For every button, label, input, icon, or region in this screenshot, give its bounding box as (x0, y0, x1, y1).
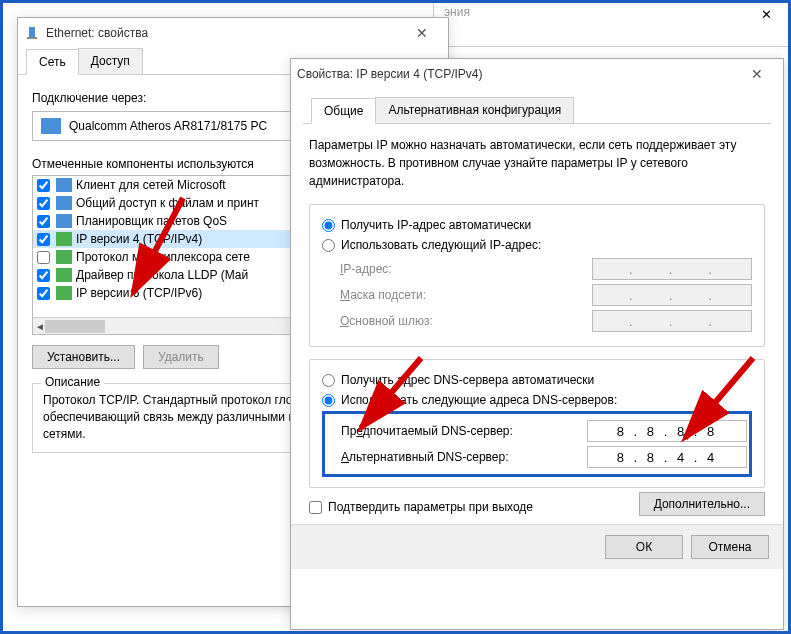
titlebar: Свойства: IP версии 4 (TCP/IPv4) ✕ (291, 59, 783, 89)
subnet-mask-label: Маска подсети: (340, 288, 592, 302)
tab-alt-config[interactable]: Альтернативная конфигурация (375, 97, 574, 123)
network-adapter-icon (41, 118, 61, 134)
close-icon[interactable]: ✕ (744, 3, 788, 25)
component-checkbox[interactable] (37, 269, 50, 282)
protocol-icon (56, 196, 72, 210)
tab-access[interactable]: Доступ (78, 48, 143, 74)
protocol-icon (56, 250, 72, 264)
radio-ip-auto[interactable] (322, 219, 335, 232)
advanced-button[interactable]: Дополнительно... (639, 492, 765, 516)
info-text: Параметры IP можно назначать автоматичес… (309, 136, 765, 190)
radio-ip-manual-label: Использовать следующий IP-адрес: (341, 238, 541, 252)
ip-address-input[interactable] (592, 258, 752, 280)
component-label: Драйвер протокола LLDP (Май (76, 268, 248, 282)
protocol-icon (56, 286, 72, 300)
protocol-icon (56, 268, 72, 282)
background-window-fragment: эния ✕ (433, 3, 788, 47)
protocol-icon (56, 178, 72, 192)
dialog-buttons: ОК Отмена (291, 524, 783, 569)
radio-dns-manual-label: Использовать следующие адреса DNS-сервер… (341, 393, 617, 407)
dns-highlight: Предпочитаемый DNS-сервер: Альтернативны… (322, 411, 752, 477)
protocol-icon (56, 232, 72, 246)
component-label: IP версии 6 (TCP/IPv6) (76, 286, 202, 300)
radio-ip-manual[interactable] (322, 239, 335, 252)
component-checkbox[interactable] (37, 215, 50, 228)
dns-group: Получить адрес DNS-сервера автоматически… (309, 359, 765, 488)
tab-general[interactable]: Общие (311, 98, 376, 124)
description-legend: Описание (41, 375, 104, 389)
window-title: Свойства: IP версии 4 (TCP/IPv4) (297, 67, 483, 81)
radio-dns-auto[interactable] (322, 374, 335, 387)
protocol-icon (56, 214, 72, 228)
adapter-name: Qualcomm Atheros AR8171/8175 PC (69, 119, 267, 133)
component-checkbox[interactable] (37, 197, 50, 210)
validate-label: Подтвердить параметры при выходе (328, 500, 533, 514)
component-label: Клиент для сетей Microsoft (76, 178, 226, 192)
radio-dns-auto-label: Получить адрес DNS-сервера автоматически (341, 373, 594, 387)
ok-button[interactable]: ОК (605, 535, 683, 559)
cancel-button[interactable]: Отмена (691, 535, 769, 559)
component-checkbox[interactable] (37, 287, 50, 300)
component-checkbox[interactable] (37, 179, 50, 192)
component-label: Планировщик пакетов QoS (76, 214, 227, 228)
svg-rect-0 (29, 27, 35, 37)
window-title: Ethernet: свойства (46, 26, 148, 40)
install-button[interactable]: Установить... (32, 345, 135, 369)
tab-network[interactable]: Сеть (26, 49, 79, 75)
ethernet-icon (24, 25, 40, 41)
dns-pref-input[interactable] (587, 420, 747, 442)
titlebar: Ethernet: свойства ✕ (18, 18, 448, 48)
uninstall-button[interactable]: Удалить (143, 345, 219, 369)
component-label: IP версии 4 (TCP/IPv4) (76, 232, 202, 246)
radio-dns-manual[interactable] (322, 394, 335, 407)
close-button[interactable]: ✕ (737, 59, 777, 89)
component-checkbox[interactable] (37, 251, 50, 264)
ip-address-label: IP-адрес: (340, 262, 592, 276)
dns-alt-input[interactable] (587, 446, 747, 468)
radio-ip-auto-label: Получить IP-адрес автоматически (341, 218, 531, 232)
ip-group: Получить IP-адрес автоматически Использо… (309, 204, 765, 347)
close-button[interactable]: ✕ (402, 18, 442, 48)
component-checkbox[interactable] (37, 233, 50, 246)
subnet-mask-input[interactable] (592, 284, 752, 306)
ipv4-properties-window: Свойства: IP версии 4 (TCP/IPv4) ✕ Общие… (290, 58, 784, 630)
component-label: Общий доступ к файлам и принт (76, 196, 259, 210)
svg-rect-1 (27, 37, 37, 39)
gateway-input[interactable] (592, 310, 752, 332)
tabs: Общие Альтернативная конфигурация (303, 97, 771, 124)
gateway-label: Основной шлюз: (340, 314, 592, 328)
component-label: Протокол мультиплексора сете (76, 250, 250, 264)
dns-alt-label: Альтернативный DNS-сервер: (341, 450, 587, 464)
validate-checkbox[interactable] (309, 501, 322, 514)
dns-pref-label: Предпочитаемый DNS-сервер: (341, 424, 587, 438)
